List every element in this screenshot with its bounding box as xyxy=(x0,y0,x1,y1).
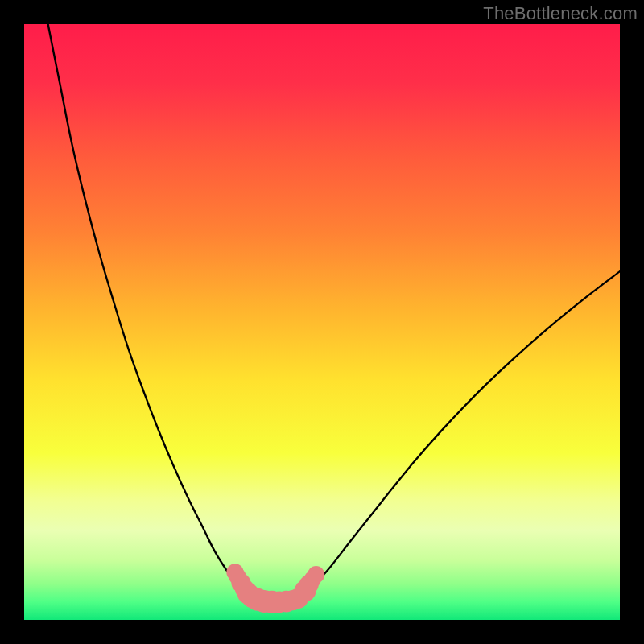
chart-background xyxy=(24,24,620,620)
chart-svg xyxy=(24,24,620,620)
marker-dot xyxy=(308,566,324,583)
chart-frame: TheBottleneck.com xyxy=(0,0,644,644)
watermark-text: TheBottleneck.com xyxy=(483,3,638,24)
plot-area xyxy=(24,24,620,620)
